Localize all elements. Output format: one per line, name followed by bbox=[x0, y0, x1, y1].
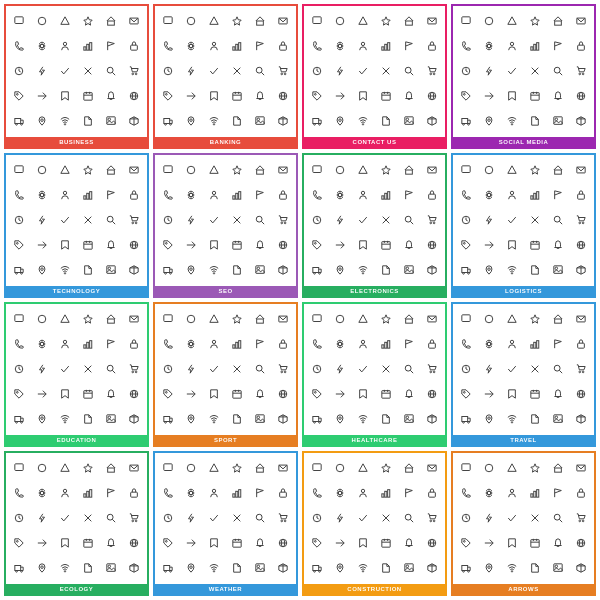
icon-cell bbox=[226, 59, 249, 84]
category-card-business: BUSINESS bbox=[4, 4, 149, 149]
icon-cell bbox=[569, 83, 592, 108]
icon-cell bbox=[501, 257, 524, 282]
icon-cell bbox=[501, 456, 524, 481]
icon-cell bbox=[180, 506, 203, 531]
svg-rect-79 bbox=[405, 21, 412, 25]
icon-cell bbox=[420, 530, 443, 555]
svg-rect-159 bbox=[84, 196, 86, 199]
icon-cell bbox=[501, 232, 524, 257]
icon-cell bbox=[77, 406, 100, 431]
icon-cell bbox=[352, 456, 375, 481]
icons-grid-electronics bbox=[306, 157, 443, 294]
svg-rect-313 bbox=[90, 341, 92, 349]
svg-rect-307 bbox=[107, 319, 114, 323]
svg-point-299 bbox=[511, 272, 512, 273]
icon-cell bbox=[397, 506, 420, 531]
svg-point-131 bbox=[578, 73, 580, 75]
icon-cell bbox=[375, 34, 398, 59]
icon-cell bbox=[248, 9, 271, 34]
icons-grid-education bbox=[8, 306, 145, 443]
icon-cell bbox=[31, 108, 54, 133]
icon-cell bbox=[54, 59, 77, 84]
svg-rect-439 bbox=[531, 390, 539, 398]
svg-rect-409 bbox=[313, 416, 319, 421]
icon-cell bbox=[569, 9, 592, 34]
svg-rect-579 bbox=[537, 490, 539, 498]
svg-point-220 bbox=[165, 272, 167, 274]
icon-cell bbox=[99, 83, 122, 108]
icon-cell bbox=[420, 406, 443, 431]
svg-rect-76 bbox=[313, 17, 321, 24]
icon-cell bbox=[306, 59, 329, 84]
icon-cell bbox=[248, 307, 271, 332]
icon-cell bbox=[99, 456, 122, 481]
icon-cell bbox=[77, 555, 100, 580]
svg-rect-456 bbox=[15, 464, 23, 471]
svg-rect-262 bbox=[405, 265, 413, 273]
svg-rect-199 bbox=[239, 192, 241, 200]
svg-point-585 bbox=[554, 514, 560, 520]
icon-cell bbox=[8, 59, 31, 84]
icon-cell bbox=[226, 357, 249, 382]
icon-cell bbox=[375, 158, 398, 183]
icon-cell bbox=[455, 158, 478, 183]
icon-cell bbox=[203, 108, 226, 133]
icon-cell bbox=[329, 183, 352, 208]
icon-cell bbox=[180, 34, 203, 59]
svg-point-70 bbox=[190, 118, 193, 121]
svg-point-486 bbox=[16, 570, 18, 572]
icon-cell bbox=[271, 481, 294, 506]
icon-cell bbox=[546, 307, 569, 332]
icon-cell bbox=[420, 481, 443, 506]
icon-cell bbox=[54, 34, 77, 59]
icon-cell bbox=[248, 158, 271, 183]
icon-cell bbox=[99, 208, 122, 233]
svg-line-168 bbox=[112, 221, 115, 224]
icon-cell bbox=[306, 555, 329, 580]
svg-rect-515 bbox=[233, 539, 241, 547]
category-label-travel: TRAVEL bbox=[453, 435, 594, 445]
svg-point-334 bbox=[16, 421, 18, 423]
svg-marker-268 bbox=[531, 166, 539, 174]
icon-cell bbox=[455, 456, 478, 481]
svg-rect-363 bbox=[233, 390, 241, 398]
icon-cell bbox=[77, 307, 100, 332]
icon-cell bbox=[569, 34, 592, 59]
category-card-weather: WEATHER bbox=[153, 451, 298, 596]
icon-cell bbox=[157, 59, 180, 84]
svg-point-500 bbox=[212, 489, 215, 492]
svg-point-413 bbox=[362, 421, 363, 422]
svg-point-267 bbox=[485, 167, 493, 175]
svg-rect-535 bbox=[405, 468, 412, 472]
icon-cell bbox=[524, 530, 547, 555]
svg-marker-496 bbox=[233, 464, 241, 472]
icon-cell bbox=[501, 9, 524, 34]
svg-rect-342 bbox=[164, 315, 172, 322]
icon-cell bbox=[306, 232, 329, 257]
svg-point-258 bbox=[314, 272, 316, 274]
svg-point-372 bbox=[165, 421, 167, 423]
svg-rect-312 bbox=[87, 343, 89, 349]
icon-cell bbox=[54, 83, 77, 108]
icon-cell bbox=[397, 406, 420, 431]
icon-cell bbox=[306, 406, 329, 431]
category-card-travel: TRAVEL bbox=[451, 302, 596, 447]
icon-cell bbox=[478, 456, 501, 481]
svg-line-244 bbox=[410, 221, 413, 224]
icon-cell bbox=[54, 406, 77, 431]
svg-point-473 bbox=[131, 520, 133, 522]
svg-point-410 bbox=[314, 421, 316, 423]
svg-rect-540 bbox=[385, 492, 387, 498]
svg-point-357 bbox=[256, 365, 262, 371]
category-card-construction: CONSTRUCTION bbox=[302, 451, 447, 596]
icon-cell bbox=[397, 456, 420, 481]
icon-cell bbox=[329, 158, 352, 183]
svg-point-95 bbox=[315, 93, 317, 95]
svg-rect-604 bbox=[554, 563, 562, 571]
svg-rect-287 bbox=[531, 241, 539, 249]
svg-point-1 bbox=[38, 18, 46, 26]
icon-cell bbox=[375, 83, 398, 108]
svg-rect-383 bbox=[405, 319, 412, 323]
icons-grid-business bbox=[8, 8, 145, 145]
svg-point-149 bbox=[555, 118, 558, 121]
